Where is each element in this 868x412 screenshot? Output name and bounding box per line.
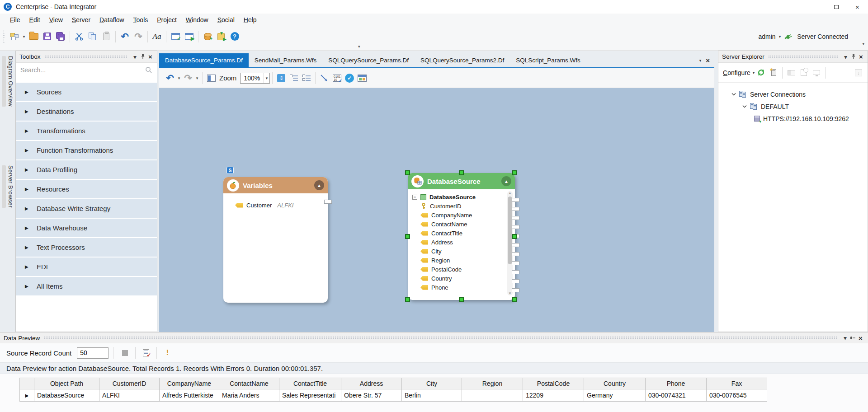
collapse-node-icon[interactable]: ▲	[501, 176, 511, 186]
variables-node-header[interactable]: Variables ▲	[223, 177, 328, 193]
output-port[interactable]	[512, 243, 519, 247]
menu-file[interactable]: File	[5, 14, 25, 25]
column-header-phone[interactable]: Phone	[646, 378, 707, 389]
download-button[interactable]: ↓	[852, 66, 865, 79]
chevron-down-icon[interactable]	[731, 93, 736, 96]
tree-field-country[interactable]: Country	[412, 274, 515, 283]
server-properties-button[interactable]	[785, 66, 797, 79]
tree-field-address[interactable]: Address	[412, 238, 515, 247]
column-header-postalcode[interactable]: PostalCode	[523, 378, 584, 389]
job-progress-button[interactable]	[356, 72, 368, 84]
drag-grip[interactable]	[44, 55, 127, 59]
record-count-input[interactable]	[77, 347, 108, 359]
tree-item-server-endpoint[interactable]: HTTPS://192.168.10.109:9262	[722, 112, 868, 125]
column-header-fax[interactable]: Fax	[707, 378, 767, 389]
toolbox-category-all-items[interactable]: ▶All Items	[16, 277, 157, 295]
selection-handle[interactable]	[405, 297, 410, 302]
font-button[interactable]: Aa	[150, 30, 164, 43]
cell-object-path[interactable]: DatabaseSource	[34, 389, 99, 402]
designer-undo-dropdown[interactable]: ▾	[176, 71, 182, 85]
dataflow-canvas[interactable]: S Variables ▲ Customer ALFKI	[159, 88, 714, 332]
expand-all-button[interactable]	[300, 72, 313, 84]
toolbox-category-edi[interactable]: ▶EDI	[16, 258, 157, 276]
column-header-region[interactable]: Region	[462, 378, 523, 389]
export-button[interactable]: ✓	[139, 346, 153, 359]
cell-city[interactable]: Berlin	[402, 389, 462, 402]
copy-button[interactable]	[86, 30, 99, 43]
tree-node-databasesource[interactable]: − DatabaseSource	[412, 192, 515, 201]
selection-handle[interactable]	[512, 170, 517, 175]
chevron-down-icon[interactable]	[742, 105, 747, 108]
tab-sendmail-params[interactable]: SendMail_Params.Wfs	[249, 53, 322, 67]
window-position-icon[interactable]: ▾	[841, 334, 849, 342]
cell-address[interactable]: Obere Str. 57	[341, 389, 402, 402]
paste-button[interactable]	[99, 30, 113, 43]
menu-tools[interactable]: Tools	[129, 14, 153, 25]
new-document-dropdown[interactable]: ▾	[21, 30, 27, 43]
row-selector-header[interactable]	[19, 378, 34, 389]
output-port[interactable]	[512, 225, 519, 229]
collapse-node-icon[interactable]: ▲	[314, 180, 324, 190]
close-document-icon[interactable]: ×	[706, 57, 710, 64]
drag-grip[interactable]	[768, 55, 838, 59]
refresh-button[interactable]	[755, 66, 767, 79]
toolbox-category-database-write-strategy[interactable]: ▶Database Write Strategy	[16, 199, 157, 218]
collapse-all-button[interactable]	[288, 72, 300, 84]
tree-field-contacttitle[interactable]: ContactTitle	[412, 229, 515, 238]
column-header-contactname[interactable]: ContactName	[219, 378, 279, 389]
expand-collapse-nodes-button[interactable]: ⇕	[275, 72, 288, 84]
window-position-icon[interactable]: ▾	[842, 53, 849, 61]
pin-icon[interactable]	[849, 53, 857, 61]
menu-social[interactable]: Social	[213, 14, 239, 25]
toolbox-category-text-processors[interactable]: ▶Text Processors	[16, 238, 157, 257]
open-button[interactable]	[27, 30, 40, 43]
output-port[interactable]	[512, 279, 519, 283]
deploy-button[interactable]	[214, 30, 228, 43]
save-all-button[interactable]	[54, 30, 67, 43]
output-port[interactable]	[512, 261, 519, 265]
selection-handle[interactable]	[512, 234, 517, 239]
pin-icon[interactable]	[849, 334, 857, 342]
selection-handle[interactable]	[459, 170, 464, 175]
column-header-companyname[interactable]: CompanyName	[160, 378, 219, 389]
close-button[interactable]: ×	[847, 0, 868, 14]
column-header-object-path[interactable]: Object Path	[34, 378, 99, 389]
close-panel-icon[interactable]: ×	[857, 53, 865, 61]
configure-button[interactable]: Configure ▾	[723, 69, 755, 76]
selection-handle[interactable]	[405, 170, 410, 175]
toolbox-category-sources[interactable]: ▶Sources	[16, 83, 157, 101]
pin-icon[interactable]	[139, 53, 146, 61]
designer-redo-button[interactable]: ↷	[182, 72, 194, 84]
toolbox-category-destinations[interactable]: ▶Destinations	[16, 102, 157, 121]
tree-field-phone[interactable]: Phone	[412, 283, 515, 292]
variables-node[interactable]: Variables ▲ Customer ALFKI	[223, 177, 328, 303]
cell-companyname[interactable]: Alfreds Futterkiste	[160, 389, 219, 402]
row-selector[interactable]: ▶	[19, 389, 34, 402]
help-button[interactable]: ?	[228, 30, 241, 43]
job-schedules-button[interactable]	[797, 66, 810, 79]
close-panel-icon[interactable]: ×	[146, 53, 154, 61]
toolbox-category-data-warehouse[interactable]: ▶Data Warehouse	[16, 219, 157, 237]
maximize-button[interactable]	[826, 0, 847, 14]
toolbar-options-icon[interactable]: ▾	[862, 42, 864, 46]
cell-region[interactable]	[462, 389, 523, 402]
new-document-button[interactable]	[8, 30, 21, 43]
databasesource-node-header[interactable]: DatabaseSource ▲	[408, 173, 515, 189]
cut-button[interactable]	[72, 30, 86, 43]
menu-window[interactable]: Window	[181, 14, 213, 25]
designer-redo-dropdown[interactable]: ▾	[194, 71, 200, 85]
undo-button[interactable]: ↶	[118, 30, 132, 43]
add-server-button[interactable]: ★	[767, 66, 780, 79]
window-position-icon[interactable]: ▾	[131, 53, 139, 61]
output-port[interactable]	[512, 198, 519, 202]
menu-help[interactable]: Help	[239, 14, 261, 25]
selection-handle[interactable]	[512, 297, 517, 302]
selection-handle[interactable]	[459, 297, 464, 302]
cell-customerid[interactable]: ALFKI	[99, 389, 160, 402]
zoom-select[interactable]: 100% ▾	[240, 73, 270, 84]
tab-sqlquerysource-params2[interactable]: SQLQuerySource_Params2.Df	[415, 53, 510, 67]
search-input[interactable]	[20, 66, 145, 74]
output-port[interactable]	[512, 216, 519, 220]
run-button[interactable]: ▶	[182, 30, 196, 43]
tab-server-browser[interactable]: Server Browser	[2, 165, 14, 208]
